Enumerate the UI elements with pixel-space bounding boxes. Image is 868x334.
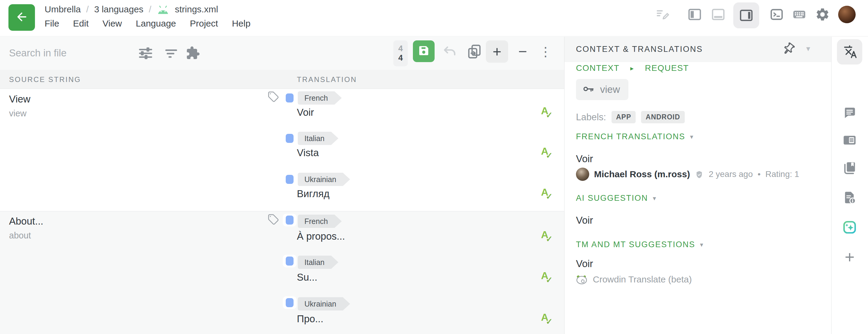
label-tag-icon[interactable] <box>268 214 280 226</box>
string-row-view[interactable]: View view French Voir A✓ Italian Vista A… <box>0 89 564 211</box>
menu-language[interactable]: Language <box>136 19 176 29</box>
translation-status-bullet <box>286 93 293 102</box>
remove-string-button[interactable]: − <box>513 40 533 63</box>
tab-request[interactable]: REQUEST <box>645 63 689 73</box>
context-card-tab-icon[interactable] <box>842 132 858 148</box>
language-tag-ukrainian: Ukrainian <box>298 173 350 186</box>
back-button[interactable] <box>8 4 35 31</box>
translation-status-bullet <box>286 134 293 143</box>
approved-icon: A✓ <box>541 186 554 201</box>
breadcrumb-project[interactable]: Umbrella <box>44 4 81 14</box>
translations-tab-icon[interactable] <box>837 39 862 64</box>
file-info-tab-icon[interactable] <box>842 190 858 206</box>
editor-toolbar: 4 4 + − ⋮ <box>0 37 564 70</box>
language-tag-label: Ukrainian <box>304 175 336 184</box>
translation-row-french[interactable]: Voir <box>297 107 314 118</box>
translation-row-ukrainian[interactable]: Про... <box>297 313 323 325</box>
translation-header: TRANSLATION <box>297 75 357 84</box>
french-translations-section-header[interactable]: FRENCH TRANSLATIONS ▾ <box>576 132 694 141</box>
console-icon[interactable] <box>768 6 785 23</box>
source-text: View <box>9 93 30 105</box>
string-key-chip[interactable]: view <box>576 79 628 100</box>
breadcrumb-file[interactable]: strings.xml <box>175 4 218 14</box>
source-text: About... <box>9 215 43 227</box>
shield-check-icon <box>695 170 704 179</box>
translation-row-italian[interactable]: Vista <box>297 147 319 158</box>
plus-icon: + <box>845 249 855 265</box>
undo-button[interactable] <box>441 40 459 63</box>
context-expand-icon: ▸ <box>630 64 634 72</box>
ai-suggestion-text[interactable]: Voir <box>576 215 593 226</box>
ai-assistant-tab-icon[interactable] <box>842 219 858 235</box>
translation-row-french[interactable]: À propos... <box>297 231 345 242</box>
caret-down-icon: ▾ <box>653 195 657 202</box>
tab-context[interactable]: CONTEXT <box>576 63 619 73</box>
author-name[interactable]: Michael Ross (m.ross) <box>594 169 690 179</box>
string-counts-badge: 4 4 <box>393 40 408 66</box>
add-string-button[interactable]: + <box>486 40 508 63</box>
source-key: about <box>9 231 31 241</box>
panel-left-toggle[interactable] <box>686 6 703 23</box>
breadcrumb-languages[interactable]: 3 languages <box>94 4 143 14</box>
author-avatar <box>576 168 589 181</box>
menu-edit[interactable]: Edit <box>73 19 89 29</box>
plugins-puzzle-icon[interactable] <box>184 44 201 61</box>
menu-file[interactable]: File <box>44 19 59 29</box>
android-file-icon <box>157 5 169 14</box>
keyboard-shortcuts-icon[interactable] <box>791 6 808 23</box>
language-tag-french: French <box>298 215 342 228</box>
menu-bar: File Edit View Language Project Help <box>44 17 250 30</box>
translation-row-italian[interactable]: Su... <box>297 272 317 283</box>
approved-icon: A✓ <box>541 105 554 119</box>
key-icon <box>582 83 595 96</box>
translation-status-bullet <box>286 175 293 184</box>
translation-status-bullet <box>283 296 297 309</box>
panel-collapse-caret[interactable]: ▾ <box>806 44 810 53</box>
translation-row-ukrainian[interactable]: Вигляд <box>297 188 330 200</box>
top-bar: Umbrella / 3 languages / strings.xml Fil… <box>0 0 868 36</box>
language-tag-french: French <box>298 91 342 104</box>
source-key: view <box>9 109 27 119</box>
tm-mt-suggestions-section-header[interactable]: TM AND MT SUGGESTIONS ▾ <box>576 240 704 249</box>
user-avatar[interactable] <box>838 6 856 23</box>
string-row-about[interactable]: About... about French À propos... A✓ Ita… <box>0 211 564 334</box>
ai-suggestion-section-header[interactable]: AI SUGGESTION ▾ <box>576 193 657 203</box>
provider-name: Crowdin Translate (beta) <box>593 274 692 284</box>
menu-view[interactable]: View <box>102 19 122 29</box>
section-title: FRENCH TRANSLATIONS <box>576 132 685 141</box>
count-bottom: 4 <box>398 53 403 63</box>
pin-icon[interactable] <box>781 41 796 57</box>
glossary-book-tab-icon[interactable] <box>842 160 858 176</box>
filter-settings-icon[interactable] <box>137 44 154 61</box>
language-tag-italian: Italian <box>298 132 338 145</box>
save-button[interactable] <box>413 40 435 62</box>
menu-help[interactable]: Help <box>232 19 250 29</box>
translation-rating: Rating: 1 <box>766 170 799 179</box>
panel-right-toggle[interactable] <box>733 2 759 28</box>
dot-separator: • <box>758 170 761 179</box>
breadcrumb-separator: / <box>86 4 89 14</box>
panel-bottom-toggle[interactable] <box>710 6 727 23</box>
more-dots-icon: ⋮ <box>539 44 552 59</box>
crowdin-logo-icon <box>576 274 587 284</box>
context-translations-panel: CONTEXT & TRANSLATIONS ▾ CONTEXT ▸ REQUE… <box>564 37 831 334</box>
language-tag-label: Italian <box>304 134 324 143</box>
right-icon-sidebar: + <box>831 37 868 334</box>
more-options-button[interactable]: ⋮ <box>537 40 554 63</box>
breadcrumb: Umbrella / 3 languages / strings.xml <box>44 3 218 16</box>
breadcrumb-separator: / <box>149 4 151 14</box>
tm-suggestion-text[interactable]: Voir <box>576 258 593 270</box>
add-panel-tab-icon[interactable]: + <box>842 249 858 265</box>
copy-source-button[interactable] <box>465 40 484 63</box>
language-tag-label: French <box>304 94 328 102</box>
approved-icon: A✓ <box>541 229 554 243</box>
label-chip-app: APP <box>612 111 636 123</box>
settings-gear-icon[interactable] <box>814 6 831 23</box>
request-changes-icon[interactable] <box>654 6 671 23</box>
filter-list-icon[interactable] <box>163 44 180 61</box>
menu-project[interactable]: Project <box>190 19 218 29</box>
french-translation-text[interactable]: Voir <box>576 153 593 164</box>
comments-tab-icon[interactable] <box>842 105 858 121</box>
label-tag-icon[interactable] <box>268 91 280 103</box>
panel-tabs: CONTEXT ▸ REQUEST <box>576 63 689 73</box>
